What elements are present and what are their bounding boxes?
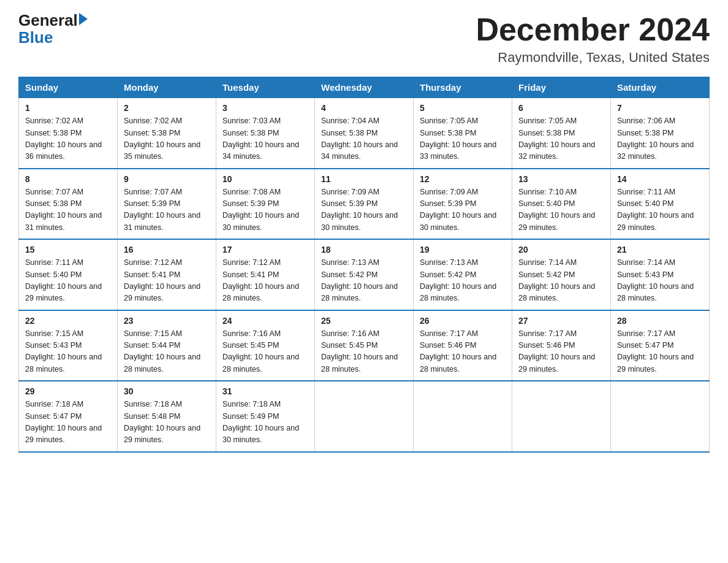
- title-block: December 2024 Raymondville, Texas, Unite…: [476, 12, 710, 66]
- day-number: 26: [420, 316, 506, 326]
- calendar-cell: 20Sunrise: 7:14 AMSunset: 5:42 PMDayligh…: [512, 239, 611, 310]
- calendar-week-2: 8Sunrise: 7:07 AMSunset: 5:38 PMDaylight…: [19, 169, 710, 240]
- day-number: 16: [124, 245, 210, 255]
- day-info: Sunrise: 7:15 AMSunset: 5:43 PMDaylight:…: [25, 328, 111, 376]
- day-info: Sunrise: 7:10 AMSunset: 5:40 PMDaylight:…: [518, 186, 604, 234]
- calendar-cell: 13Sunrise: 7:10 AMSunset: 5:40 PMDayligh…: [512, 169, 611, 240]
- day-info: Sunrise: 7:09 AMSunset: 5:39 PMDaylight:…: [321, 186, 407, 234]
- day-number: 1: [25, 103, 111, 113]
- calendar-cell: 16Sunrise: 7:12 AMSunset: 5:41 PMDayligh…: [118, 239, 216, 310]
- calendar-cell: 9Sunrise: 7:07 AMSunset: 5:39 PMDaylight…: [118, 169, 216, 240]
- calendar-cell: 25Sunrise: 7:16 AMSunset: 5:45 PMDayligh…: [315, 310, 414, 381]
- calendar-cell: 18Sunrise: 7:13 AMSunset: 5:42 PMDayligh…: [315, 239, 414, 310]
- day-info: Sunrise: 7:11 AMSunset: 5:40 PMDaylight:…: [25, 257, 111, 305]
- day-number: 18: [321, 245, 407, 255]
- day-info: Sunrise: 7:05 AMSunset: 5:38 PMDaylight:…: [518, 115, 604, 163]
- weekday-header-monday: Monday: [118, 77, 216, 98]
- calendar-body: 1Sunrise: 7:02 AMSunset: 5:38 PMDaylight…: [19, 98, 710, 452]
- day-number: 15: [25, 245, 111, 255]
- day-number: 31: [222, 386, 308, 396]
- day-number: 8: [25, 174, 111, 184]
- calendar-cell: 19Sunrise: 7:13 AMSunset: 5:42 PMDayligh…: [414, 239, 512, 310]
- calendar-cell: 27Sunrise: 7:17 AMSunset: 5:46 PMDayligh…: [512, 310, 611, 381]
- day-number: 24: [222, 316, 308, 326]
- weekday-header-wednesday: Wednesday: [315, 77, 414, 98]
- calendar-cell: 24Sunrise: 7:16 AMSunset: 5:45 PMDayligh…: [216, 310, 315, 381]
- calendar-week-3: 15Sunrise: 7:11 AMSunset: 5:40 PMDayligh…: [19, 239, 710, 310]
- day-info: Sunrise: 7:16 AMSunset: 5:45 PMDaylight:…: [222, 328, 308, 376]
- day-number: 11: [321, 174, 407, 184]
- day-info: Sunrise: 7:16 AMSunset: 5:45 PMDaylight:…: [321, 328, 407, 376]
- day-number: 2: [124, 103, 210, 113]
- day-number: 10: [222, 174, 308, 184]
- day-info: Sunrise: 7:05 AMSunset: 5:38 PMDaylight:…: [420, 115, 506, 163]
- weekday-header-friday: Friday: [512, 77, 611, 98]
- calendar-cell: 3Sunrise: 7:03 AMSunset: 5:38 PMDaylight…: [216, 98, 315, 169]
- day-info: Sunrise: 7:07 AMSunset: 5:39 PMDaylight:…: [124, 186, 210, 234]
- day-number: 23: [124, 316, 210, 326]
- calendar-cell: [414, 381, 512, 452]
- day-number: 4: [321, 103, 407, 113]
- calendar-cell: 14Sunrise: 7:11 AMSunset: 5:40 PMDayligh…: [611, 169, 710, 240]
- day-info: Sunrise: 7:18 AMSunset: 5:47 PMDaylight:…: [25, 399, 111, 446]
- day-info: Sunrise: 7:11 AMSunset: 5:40 PMDaylight:…: [617, 186, 703, 234]
- calendar-cell: 29Sunrise: 7:18 AMSunset: 5:47 PMDayligh…: [19, 381, 118, 452]
- day-number: 29: [25, 386, 111, 396]
- day-info: Sunrise: 7:06 AMSunset: 5:38 PMDaylight:…: [617, 115, 703, 163]
- day-info: Sunrise: 7:13 AMSunset: 5:42 PMDaylight:…: [420, 257, 506, 305]
- calendar-cell: 4Sunrise: 7:04 AMSunset: 5:38 PMDaylight…: [315, 98, 414, 169]
- weekday-header-tuesday: Tuesday: [216, 77, 315, 98]
- day-info: Sunrise: 7:09 AMSunset: 5:39 PMDaylight:…: [420, 186, 506, 234]
- calendar-cell: 28Sunrise: 7:17 AMSunset: 5:47 PMDayligh…: [611, 310, 710, 381]
- calendar-cell: [611, 381, 710, 452]
- day-number: 20: [518, 245, 604, 255]
- weekday-header-thursday: Thursday: [414, 77, 512, 98]
- day-info: Sunrise: 7:12 AMSunset: 5:41 PMDaylight:…: [222, 257, 308, 305]
- calendar-cell: 22Sunrise: 7:15 AMSunset: 5:43 PMDayligh…: [19, 310, 118, 381]
- logo: General Blue: [18, 12, 88, 47]
- calendar-cell: 1Sunrise: 7:02 AMSunset: 5:38 PMDaylight…: [19, 98, 118, 169]
- calendar-cell: 6Sunrise: 7:05 AMSunset: 5:38 PMDaylight…: [512, 98, 611, 169]
- day-number: 21: [617, 245, 703, 255]
- day-number: 3: [222, 103, 308, 113]
- month-title: December 2024: [476, 12, 710, 47]
- logo-general: General: [18, 12, 78, 28]
- day-info: Sunrise: 7:17 AMSunset: 5:46 PMDaylight:…: [420, 328, 506, 376]
- calendar-cell: 15Sunrise: 7:11 AMSunset: 5:40 PMDayligh…: [19, 239, 118, 310]
- day-info: Sunrise: 7:08 AMSunset: 5:39 PMDaylight:…: [222, 186, 308, 234]
- day-number: 12: [420, 174, 506, 184]
- calendar-cell: 23Sunrise: 7:15 AMSunset: 5:44 PMDayligh…: [118, 310, 216, 381]
- calendar-week-5: 29Sunrise: 7:18 AMSunset: 5:47 PMDayligh…: [19, 381, 710, 452]
- calendar-cell: [315, 381, 414, 452]
- calendar-cell: 12Sunrise: 7:09 AMSunset: 5:39 PMDayligh…: [414, 169, 512, 240]
- day-info: Sunrise: 7:14 AMSunset: 5:42 PMDaylight:…: [518, 257, 604, 305]
- calendar-cell: 31Sunrise: 7:18 AMSunset: 5:49 PMDayligh…: [216, 381, 315, 452]
- logo-triangle-icon: [79, 13, 88, 25]
- calendar-header-row: SundayMondayTuesdayWednesdayThursdayFrid…: [19, 77, 710, 98]
- day-number: 13: [518, 174, 604, 184]
- day-number: 19: [420, 245, 506, 255]
- day-info: Sunrise: 7:03 AMSunset: 5:38 PMDaylight:…: [222, 115, 308, 163]
- calendar-cell: 2Sunrise: 7:02 AMSunset: 5:38 PMDaylight…: [118, 98, 216, 169]
- day-number: 17: [222, 245, 308, 255]
- day-info: Sunrise: 7:17 AMSunset: 5:46 PMDaylight:…: [518, 328, 604, 376]
- day-number: 28: [617, 316, 703, 326]
- location-title: Raymondville, Texas, United States: [476, 50, 710, 66]
- day-number: 14: [617, 174, 703, 184]
- calendar-cell: 5Sunrise: 7:05 AMSunset: 5:38 PMDaylight…: [414, 98, 512, 169]
- day-info: Sunrise: 7:07 AMSunset: 5:38 PMDaylight:…: [25, 186, 111, 234]
- calendar-cell: [512, 381, 611, 452]
- calendar-cell: 26Sunrise: 7:17 AMSunset: 5:46 PMDayligh…: [414, 310, 512, 381]
- day-number: 6: [518, 103, 604, 113]
- weekday-header-saturday: Saturday: [611, 77, 710, 98]
- calendar-cell: 11Sunrise: 7:09 AMSunset: 5:39 PMDayligh…: [315, 169, 414, 240]
- day-number: 27: [518, 316, 604, 326]
- day-info: Sunrise: 7:18 AMSunset: 5:49 PMDaylight:…: [222, 399, 308, 446]
- day-info: Sunrise: 7:04 AMSunset: 5:38 PMDaylight:…: [321, 115, 407, 163]
- calendar-cell: 10Sunrise: 7:08 AMSunset: 5:39 PMDayligh…: [216, 169, 315, 240]
- day-info: Sunrise: 7:02 AMSunset: 5:38 PMDaylight:…: [25, 115, 111, 163]
- day-number: 5: [420, 103, 506, 113]
- day-number: 30: [124, 386, 210, 396]
- page-header: General Blue December 2024 Raymondville,…: [18, 12, 710, 66]
- calendar-week-4: 22Sunrise: 7:15 AMSunset: 5:43 PMDayligh…: [19, 310, 710, 381]
